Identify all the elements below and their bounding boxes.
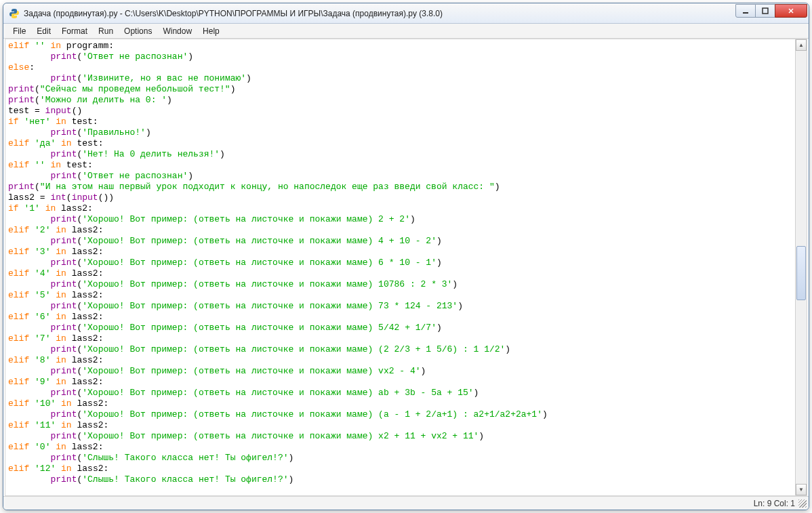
window-buttons — [736, 4, 807, 18]
svg-rect-0 — [743, 12, 748, 14]
vertical-scrollbar[interactable]: ▲ ▼ — [795, 39, 807, 495]
menu-options[interactable]: Options — [119, 24, 157, 38]
cursor-position: Ln: 9 Col: 1 — [754, 499, 795, 508]
resize-grip-icon[interactable] — [798, 499, 807, 508]
menu-format[interactable]: Format — [56, 24, 93, 38]
menubar: File Edit Format Run Options Window Help — [3, 24, 809, 39]
scroll-thumb[interactable] — [796, 246, 806, 300]
scroll-up-button[interactable]: ▲ — [796, 39, 807, 51]
window-title: Задача (продвинутая).py - C:\Users\K\Des… — [24, 9, 736, 18]
python-icon — [9, 8, 20, 19]
menu-edit[interactable]: Edit — [31, 24, 56, 38]
code-content[interactable]: elif '' in programm: print('Ответ не рас… — [8, 41, 804, 485]
maximize-button[interactable] — [755, 4, 775, 18]
editor-area: elif '' in programm: print('Ответ не рас… — [5, 39, 807, 496]
menu-help[interactable]: Help — [197, 24, 225, 38]
scroll-down-button[interactable]: ▼ — [796, 484, 807, 495]
titlebar[interactable]: Задача (продвинутая).py - C:\Users\K\Des… — [3, 3, 809, 24]
menu-file[interactable]: File — [7, 24, 31, 38]
menu-run[interactable]: Run — [93, 24, 119, 38]
close-button[interactable] — [775, 4, 807, 18]
idle-window: Задача (продвинутая).py - C:\Users\K\Des… — [3, 3, 809, 510]
scroll-track[interactable] — [796, 51, 807, 484]
minimize-button[interactable] — [735, 4, 756, 18]
svg-rect-1 — [763, 8, 768, 14]
menu-window[interactable]: Window — [157, 24, 197, 38]
statusbar: Ln: 9 Col: 1 — [3, 496, 809, 510]
code-editor[interactable]: elif '' in programm: print('Ответ не рас… — [5, 39, 807, 495]
